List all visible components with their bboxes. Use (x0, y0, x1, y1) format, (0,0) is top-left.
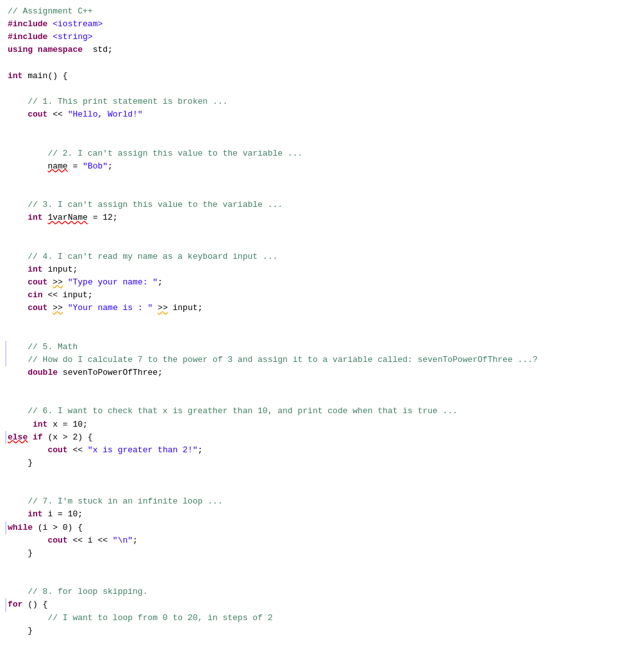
cin-kw: cin (28, 290, 42, 300)
close-brace-6: } (8, 458, 33, 468)
empty-7 (5, 83, 644, 95)
line-17: int 1varName = 12; (5, 211, 644, 224)
lvar-squiggle: 1varName (47, 213, 87, 222)
line-40: int i = 10; (5, 508, 644, 521)
if-kw: if (33, 432, 43, 442)
string-hello: "Hello, World!" (68, 110, 143, 119)
space-24b (63, 303, 68, 313)
double-kw: double (28, 368, 58, 377)
if-cond: (x > 2) { (43, 432, 93, 442)
comment-8-text: // 8. for loop skipping. (8, 587, 147, 596)
semicolon-bob: ; (108, 161, 113, 171)
empty-18 (5, 224, 644, 237)
preprocessor-include-1: #include (8, 19, 47, 29)
line-13: name = "Bob"; (5, 160, 644, 173)
empty-11 (5, 134, 644, 147)
preprocessor-include-2: #include (8, 32, 47, 42)
line-9: cout << "Hello, World!" (5, 108, 644, 121)
space-34 (28, 432, 33, 442)
cout-op-squiggle-2: >> (53, 303, 63, 313)
main-decl: main() { (22, 71, 67, 81)
line-22: cout >> "Type your name: "; (5, 276, 644, 289)
empty-10 (5, 121, 644, 134)
space-24c (153, 303, 158, 313)
string-your: "Your name is : " (68, 303, 153, 313)
line-3: #include <string> (5, 31, 644, 44)
line-28: // How do I calculate 7 to the power of … (5, 354, 644, 366)
while-kw: while (8, 523, 33, 532)
comment-4-text: // 4. I can't read my name as a keyboard… (8, 252, 277, 261)
namespace-kw: namespace (38, 45, 83, 54)
name-squiggle: name (47, 161, 67, 171)
int-kw-7: int (28, 509, 42, 519)
indent-29 (8, 368, 28, 377)
i-decl: i = 10; (43, 509, 83, 519)
for-params: () { (22, 600, 47, 609)
semi-42: ; (133, 536, 138, 545)
comment-1-text: // 1. This print statement is broken ... (8, 97, 227, 106)
for-kw: for (8, 600, 22, 609)
line-12: // 2. I can't assign this value to the v… (5, 147, 644, 160)
indent-40 (8, 509, 28, 519)
line-48: // I want to loop from 0 to 20, in steps… (5, 612, 644, 625)
indent-22 (8, 277, 28, 287)
line-35: cout << "x is greater than 2!"; (5, 444, 644, 457)
string-bob: "Bob" (83, 161, 108, 171)
x-decl: x = 10; (47, 420, 87, 429)
comment-5-text: // 5. Math (8, 342, 78, 352)
comment-2-text: // 2. I can't assign this value to the v… (8, 149, 302, 158)
empty-45 (5, 573, 644, 586)
string-newline: "\n" (113, 536, 133, 545)
cin-op: << input; (43, 290, 93, 300)
indent-23 (8, 290, 28, 300)
int-kw-3: int (28, 213, 42, 222)
line-39: // 7. I'm stuck in an infinite loop ... (5, 495, 644, 508)
indent-42 (8, 536, 47, 545)
comment-for-text: // I want to loop from 0 to 20, in steps… (8, 613, 272, 623)
input-decl: input; (43, 265, 78, 274)
line-21: int input; (5, 263, 644, 276)
comment-1: // Assignment C++ (8, 6, 93, 16)
line-27: // 5. Math (5, 341, 644, 354)
cout-1: cout (28, 110, 47, 119)
name-indent (8, 161, 47, 171)
line-46: // 8. for loop skipping. (5, 586, 644, 598)
string-type: "Type your name: " (68, 277, 158, 287)
cout-4: cout (47, 445, 67, 455)
empty-14 (5, 173, 644, 186)
line-8: // 1. This print statement is broken ... (5, 95, 644, 108)
line-23: cin << input; (5, 289, 644, 302)
comment-7-text: // 7. I'm stuck in an infinite loop ... (8, 496, 222, 506)
cout-kw-1 (8, 110, 28, 119)
preprocessor-val-1: <iostream> (53, 19, 103, 29)
close-brace-8: } (8, 626, 33, 636)
assign-12: = 12; (88, 213, 118, 222)
line-2: #include <iostream> (5, 18, 644, 31)
while-cond: (i > 0) { (33, 523, 83, 532)
line-24: cout >> "Your name is : " >> input; (5, 302, 644, 315)
line-29: double sevenToPowerOfThree; (5, 366, 644, 379)
line-41: while (i > 0) { (5, 521, 644, 534)
line-47: for () { (5, 598, 644, 611)
empty-19 (5, 238, 644, 250)
int-kw-6: int (33, 420, 47, 429)
int-kw-4: int (28, 265, 42, 274)
empty-26 (5, 328, 644, 341)
cout-op-squiggle-3: >> (158, 303, 168, 313)
cout-3: cout (28, 303, 47, 313)
line-34: else if (x > 2) { (5, 431, 644, 444)
else-kw: else (8, 432, 28, 442)
indent-33 (8, 420, 33, 429)
input-ref: input; (168, 303, 203, 313)
line-33: int x = 10; (5, 418, 644, 431)
seven-decl: sevenToPowerOfThree; (58, 368, 163, 377)
int-kw-main: int (8, 71, 22, 81)
indent-24 (8, 303, 28, 313)
empty-44 (5, 560, 644, 573)
empty-30 (5, 379, 644, 392)
cout-op-1: << (47, 110, 67, 119)
else-squiggle: else (8, 432, 28, 442)
empty-line-5 (5, 57, 644, 70)
line-6: int main() { (5, 70, 644, 83)
line-42: cout << i << "\n"; (5, 534, 644, 547)
